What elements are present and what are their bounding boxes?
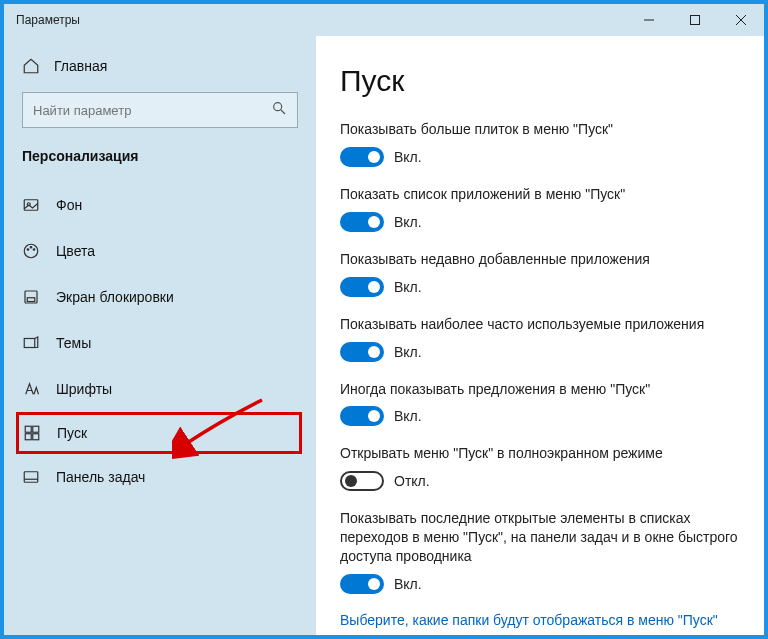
nav-home-label: Главная xyxy=(54,58,107,74)
toggle-knob xyxy=(368,216,380,228)
toggle-row: Вкл. xyxy=(340,406,740,426)
page-title: Пуск xyxy=(340,64,740,98)
toggle-state-text: Вкл. xyxy=(394,214,422,230)
sidebar-item-background[interactable]: Фон xyxy=(4,182,316,228)
svg-rect-13 xyxy=(27,298,35,302)
svg-rect-18 xyxy=(33,434,39,440)
sidebar-item-start[interactable]: Пуск xyxy=(16,412,302,454)
sidebar-item-label: Фон xyxy=(56,197,82,213)
sidebar-item-label: Цвета xyxy=(56,243,95,259)
sidebar-item-taskbar[interactable]: Панель задач xyxy=(4,454,316,500)
start-icon xyxy=(23,424,41,442)
setting-item: Показать список приложений в меню "Пуск"… xyxy=(340,185,740,232)
sidebar-item-label: Пуск xyxy=(57,425,87,441)
toggle-row: Вкл. xyxy=(340,277,740,297)
content-area: Главная Персонализация Фон Цвета xyxy=(4,36,764,635)
sidebar-item-label: Панель задач xyxy=(56,469,145,485)
setting-item: Показывать больше плиток в меню "Пуск"Вк… xyxy=(340,120,740,167)
toggle-knob xyxy=(368,410,380,422)
window-controls xyxy=(626,4,764,36)
search-icon xyxy=(271,100,287,120)
setting-label: Показывать наиболее часто используемые п… xyxy=(340,315,740,334)
toggle-switch[interactable] xyxy=(340,471,384,491)
picture-icon xyxy=(22,196,40,214)
toggle-row: Откл. xyxy=(340,471,740,491)
setting-item: Иногда показывать предложения в меню "Пу… xyxy=(340,380,740,427)
toggle-row: Вкл. xyxy=(340,212,740,232)
setting-item: Открывать меню "Пуск" в полноэкранном ре… xyxy=(340,444,740,491)
sidebar-item-label: Экран блокировки xyxy=(56,289,174,305)
setting-label: Иногда показывать предложения в меню "Пу… xyxy=(340,380,740,399)
svg-point-9 xyxy=(27,249,29,251)
section-title: Персонализация xyxy=(4,142,316,182)
svg-rect-19 xyxy=(24,472,38,483)
toggle-knob xyxy=(368,151,380,163)
svg-rect-16 xyxy=(33,426,39,432)
palette-icon xyxy=(22,242,40,260)
toggle-state-text: Вкл. xyxy=(394,279,422,295)
svg-point-10 xyxy=(30,247,32,249)
sidebar-item-themes[interactable]: Темы xyxy=(4,320,316,366)
toggle-knob xyxy=(368,281,380,293)
sidebar: Главная Персонализация Фон Цвета xyxy=(4,36,316,635)
toggle-switch[interactable] xyxy=(340,147,384,167)
choose-folders-link[interactable]: Выберите, какие папки будут отображаться… xyxy=(340,612,740,628)
setting-label: Показывать больше плиток в меню "Пуск" xyxy=(340,120,740,139)
setting-item: Показывать наиболее часто используемые п… xyxy=(340,315,740,362)
sidebar-item-colors[interactable]: Цвета xyxy=(4,228,316,274)
titlebar: Параметры xyxy=(4,4,764,36)
toggle-state-text: Вкл. xyxy=(394,149,422,165)
setting-label: Показывать недавно добавленные приложени… xyxy=(340,250,740,269)
maximize-button[interactable] xyxy=(672,4,718,36)
toggle-state-text: Вкл. xyxy=(394,408,422,424)
svg-rect-14 xyxy=(24,339,35,348)
main-panel: Пуск Показывать больше плиток в меню "Пу… xyxy=(316,36,764,635)
svg-rect-15 xyxy=(25,426,31,432)
toggle-switch[interactable] xyxy=(340,212,384,232)
toggle-switch[interactable] xyxy=(340,342,384,362)
setting-label: Показать список приложений в меню "Пуск" xyxy=(340,185,740,204)
toggle-state-text: Откл. xyxy=(394,473,430,489)
toggle-knob xyxy=(368,346,380,358)
sidebar-item-fonts[interactable]: Шрифты xyxy=(4,366,316,412)
toggle-state-text: Вкл. xyxy=(394,576,422,592)
themes-icon xyxy=(22,334,40,352)
svg-point-11 xyxy=(33,249,35,251)
search-input[interactable] xyxy=(33,103,271,118)
search-container xyxy=(4,86,316,142)
settings-window: Параметры Главная Пе xyxy=(4,4,764,635)
settings-list: Показывать больше плиток в меню "Пуск"Вк… xyxy=(340,120,740,594)
sidebar-item-label: Темы xyxy=(56,335,91,351)
sidebar-item-lockscreen[interactable]: Экран блокировки xyxy=(4,274,316,320)
taskbar-icon xyxy=(22,468,40,486)
toggle-switch[interactable] xyxy=(340,574,384,594)
toggle-row: Вкл. xyxy=(340,147,740,167)
setting-label: Открывать меню "Пуск" в полноэкранном ре… xyxy=(340,444,740,463)
toggle-state-text: Вкл. xyxy=(394,344,422,360)
setting-item: Показывать недавно добавленные приложени… xyxy=(340,250,740,297)
home-icon xyxy=(22,57,40,75)
toggle-knob xyxy=(345,475,357,487)
svg-rect-17 xyxy=(25,434,31,440)
fonts-icon xyxy=(22,380,40,398)
nav-home[interactable]: Главная xyxy=(4,46,316,86)
lockscreen-icon xyxy=(22,288,40,306)
minimize-button[interactable] xyxy=(626,4,672,36)
setting-item: Показывать последние открытые элементы в… xyxy=(340,509,740,594)
toggle-switch[interactable] xyxy=(340,277,384,297)
window-title: Параметры xyxy=(4,13,626,27)
toggle-knob xyxy=(368,578,380,590)
svg-line-5 xyxy=(281,110,285,114)
search-box[interactable] xyxy=(22,92,298,128)
toggle-switch[interactable] xyxy=(340,406,384,426)
svg-point-4 xyxy=(274,103,282,111)
close-button[interactable] xyxy=(718,4,764,36)
setting-label: Показывать последние открытые элементы в… xyxy=(340,509,740,566)
sidebar-item-label: Шрифты xyxy=(56,381,112,397)
toggle-row: Вкл. xyxy=(340,574,740,594)
toggle-row: Вкл. xyxy=(340,342,740,362)
svg-rect-1 xyxy=(691,16,700,25)
